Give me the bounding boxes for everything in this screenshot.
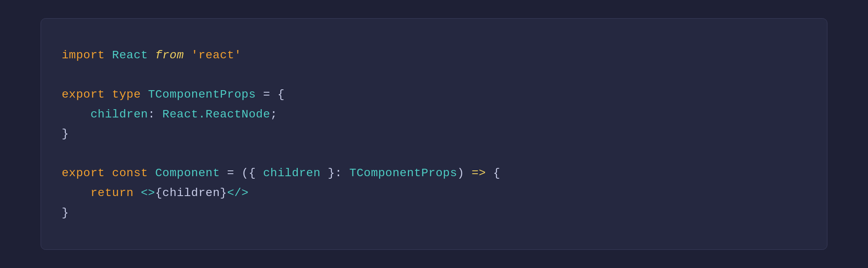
code-token: React.ReactNode xyxy=(162,108,270,121)
code-token: children xyxy=(263,167,321,179)
code-token: React xyxy=(105,49,155,62)
code-line: return <>{children}</> xyxy=(62,183,806,203)
code-line: export type TComponentProps = { xyxy=(62,85,806,105)
code-token: } xyxy=(62,206,69,219)
code-token: const xyxy=(105,167,155,179)
code-token: : xyxy=(148,108,162,121)
code-token: => xyxy=(472,167,486,179)
code-line: import React from 'react' xyxy=(62,45,806,65)
code-token: </> xyxy=(227,187,248,199)
code-line-empty xyxy=(62,65,806,85)
code-container: import React from 'react'export type TCo… xyxy=(41,18,827,250)
code-token: } xyxy=(62,127,69,140)
code-token: = ({ xyxy=(220,167,263,179)
code-token: import xyxy=(62,49,105,62)
code-token: {children} xyxy=(155,187,227,199)
code-token: type xyxy=(105,88,148,101)
code-token: = { xyxy=(256,88,285,101)
code-line: export const Component = ({ children }: … xyxy=(62,163,806,183)
code-token: TComponentProps xyxy=(148,88,256,101)
code-token: ; xyxy=(270,108,277,121)
code-line: } xyxy=(62,124,806,144)
code-line: children: React.ReactNode; xyxy=(62,105,806,124)
code-token: ) xyxy=(457,167,472,179)
code-line-empty xyxy=(62,144,806,164)
code-token: return xyxy=(62,187,141,199)
code-token: <> xyxy=(141,187,155,199)
code-token: export xyxy=(62,88,105,101)
code-token: }: xyxy=(321,167,349,179)
code-token: 'react' xyxy=(191,49,242,62)
code-token: Component xyxy=(155,167,220,179)
code-token: export xyxy=(62,167,105,179)
code-token: children xyxy=(62,108,148,121)
code-token: from xyxy=(155,49,184,62)
code-line: } xyxy=(62,203,806,223)
code-token: { xyxy=(486,167,500,179)
code-token xyxy=(184,49,191,62)
code-token: TComponentProps xyxy=(350,167,457,179)
code-block: import React from 'react'export type TCo… xyxy=(62,45,806,223)
